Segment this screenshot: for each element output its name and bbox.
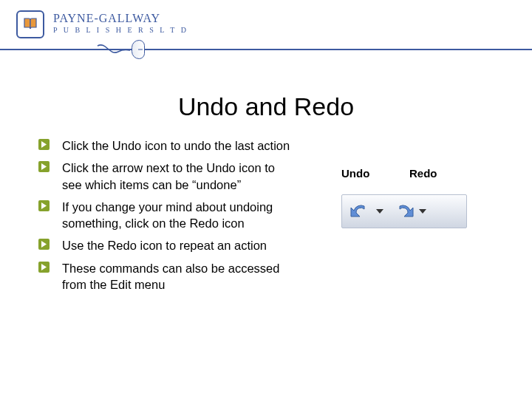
bullet-play-icon [38,200,50,211]
bullet-play-icon [38,262,50,273]
header-divider [0,49,532,50]
undo-dropdown-icon[interactable] [376,209,383,214]
toolbar-labels: Undo Redo [341,167,502,180]
mouse-decoration-icon [96,43,148,56]
bullet-item: These commands can also be accessed from… [38,260,297,293]
bullet-text: Click the arrow next to the Undo icon to… [62,161,275,191]
bullet-item: Click the Undo icon to undo the last act… [38,137,297,154]
content-area: Click the Undo icon to undo the last act… [0,137,532,299]
bullet-list: Click the Undo icon to undo the last act… [38,137,297,299]
right-panel: Undo Redo [297,137,502,299]
undo-icon [347,199,375,224]
undo-label: Undo [341,167,409,180]
bullet-item: Click the arrow next to the Undo icon to… [38,160,297,193]
slide-title: Undo and Redo [0,92,532,121]
publisher-logo-icon [16,10,44,38]
redo-icon [389,199,417,224]
bullet-text: Click the Undo icon to undo the last act… [62,139,290,152]
header: PAYNE-GALLWAY P U B L I S H E R S L T D [0,0,532,52]
redo-dropdown-icon[interactable] [419,209,426,214]
redo-label: Redo [409,167,437,180]
bullet-play-icon [38,161,50,172]
bullet-item: If you change your mind about undoing so… [38,199,297,232]
bullet-text: If you change your mind about undoing so… [62,200,273,230]
brand-subtitle: P U B L I S H E R S L T D [53,26,188,34]
bullet-play-icon [38,239,50,250]
bullet-text: These commands can also be accessed from… [62,262,279,291]
bullet-play-icon [38,139,50,150]
bullet-text: Use the Redo icon to repeat an action [62,239,267,252]
redo-button[interactable] [389,197,432,225]
undo-button[interactable] [347,197,389,225]
undo-redo-toolbar [341,194,467,228]
bullet-item: Use the Redo icon to repeat an action [38,237,297,253]
brand-block: PAYNE-GALLWAY P U B L I S H E R S L T D [53,10,188,34]
brand-name: PAYNE-GALLWAY [53,12,188,25]
